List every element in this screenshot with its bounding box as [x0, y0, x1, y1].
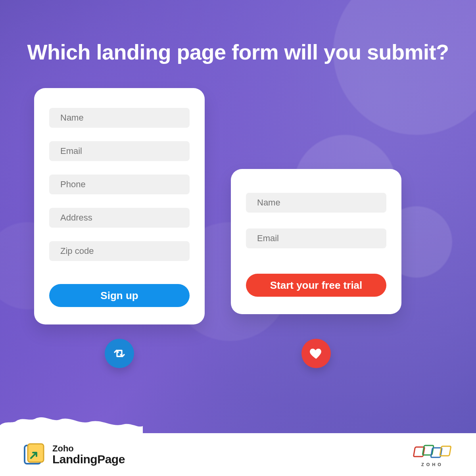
- zip-field[interactable]: [49, 241, 190, 261]
- landingpage-mark-icon: [22, 443, 45, 466]
- footer-bar: Zoho LandingPage ZOHO: [0, 433, 476, 476]
- product-logo: Zoho LandingPage: [22, 443, 125, 466]
- form-card-long: Sign up: [34, 88, 205, 324]
- email-field[interactable]: [49, 141, 190, 161]
- product-logo-text: Zoho LandingPage: [52, 444, 125, 466]
- product-name-bottom: LandingPage: [52, 453, 125, 466]
- page-title: Which landing page form will you submit?: [0, 40, 476, 64]
- bokeh-circle: [333, 0, 476, 135]
- name-field[interactable]: [246, 193, 386, 213]
- start-trial-button[interactable]: Start your free trial: [246, 274, 386, 297]
- retweet-icon[interactable]: [105, 339, 134, 368]
- phone-field[interactable]: [49, 175, 190, 194]
- signup-button[interactable]: Sign up: [49, 284, 190, 307]
- product-name-top: Zoho: [52, 444, 125, 453]
- form-card-short: Start your free trial: [231, 169, 401, 314]
- heart-icon[interactable]: [301, 339, 331, 368]
- zoho-logo-icon: [413, 442, 452, 461]
- address-field[interactable]: [49, 208, 190, 228]
- zoho-brand: ZOHO: [413, 442, 452, 467]
- email-field[interactable]: [246, 228, 386, 248]
- name-field[interactable]: [49, 108, 190, 128]
- zoho-wordmark: ZOHO: [421, 462, 443, 467]
